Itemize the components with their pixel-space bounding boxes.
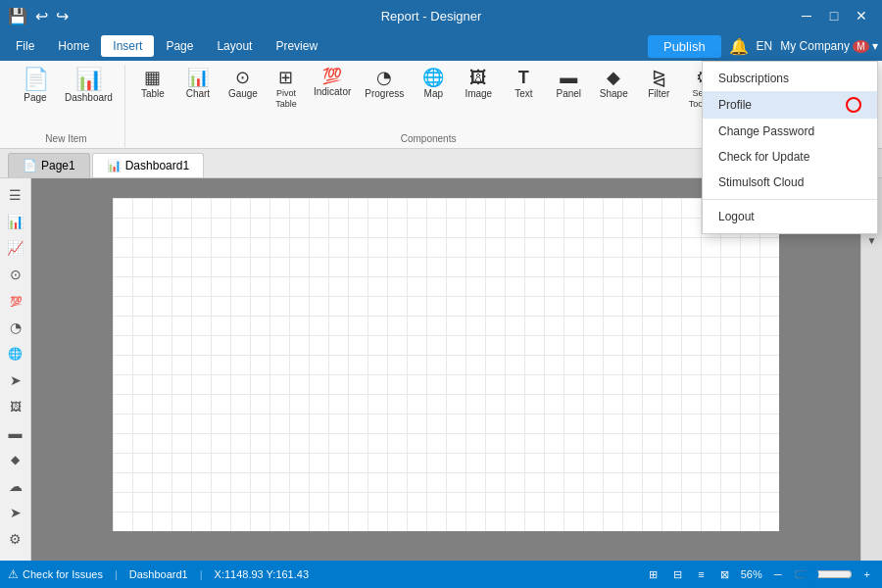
undo-icon[interactable]: ↩ [35,7,48,25]
left-btn-progress[interactable]: ◔ [2,315,29,340]
left-btn-linechart[interactable]: 📈 [2,235,29,261]
ribbon-btn-dashboard[interactable]: 📊 Dashboard [59,65,119,108]
profile-label: Profile [718,98,752,112]
warning-icon: ⚠ [8,567,19,581]
notification-icon: 🔔 [729,37,749,56]
ribbon-btn-filter[interactable]: ⧎ Filter [637,65,680,104]
publish-button[interactable]: Publish [648,35,721,58]
left-btn-settings[interactable]: ⚙ [2,526,29,552]
left-btn-arrow[interactable]: ➤ [2,368,29,393]
progress-icon: ◔ [376,69,392,86]
ribbon-btn-gauge[interactable]: ⊙ Gauge [221,65,265,104]
check-update-label: Check for Update [718,150,809,164]
status-btn-2[interactable]: ⊟ [669,566,686,583]
main-area: ☰ 📊 📈 ⊙ 💯 ◔ 🌐 ➤ 🖼 ▬ ◆ ☁ ➤ ⚙ eports ▲ ▼ [0,178,882,561]
zoom-out-button[interactable]: ─ [770,566,786,582]
left-btn-filter[interactable]: ☁ [2,473,29,499]
logout-label: Logout [718,210,755,223]
page-label: Page [24,92,46,104]
left-btn-map[interactable]: 🌐 [2,341,29,367]
table-icon: ▦ [144,69,161,86]
ribbon-btn-panel[interactable]: ▬ Panel [547,65,590,104]
tab-page1[interactable]: 📄 Page1 [8,153,90,177]
maximize-button[interactable]: □ [821,3,847,28]
status-btn-1[interactable]: ⊞ [645,566,662,583]
title-bar: 💾 ↩ ↪ Report - Designer ─ □ ✕ [0,0,882,31]
subscriptions-label: Subscriptions [718,72,789,85]
menu-item-profile[interactable]: Profile [703,91,877,119]
company-menu[interactable]: My Company M ▾ [780,39,878,53]
menu-item-logout[interactable]: Logout [703,204,877,229]
menu-item-home[interactable]: Home [46,35,101,57]
redo-icon[interactable]: ↪ [56,7,69,25]
app-title: Report - Designer [69,9,794,24]
ribbon-btn-text[interactable]: T Text [502,65,545,104]
language-selector[interactable]: EN [757,39,773,53]
menu-divider [703,199,877,200]
right-toolbar: eports ▲ ▼ [860,178,882,561]
status-bar: ⚠ Check for Issues | Dashboard1 | X:1148… [0,561,882,588]
left-btn-panel[interactable]: ▬ [2,420,29,446]
ribbon-group-components: ▦ Table 📊 Chart ⊙ Gauge ⊞ PivotTable 💯 I… [125,65,731,148]
ribbon-btn-page[interactable]: 📄 Page [14,65,57,108]
menu-item-check-update[interactable]: Check for Update [703,144,877,170]
menu-item-file[interactable]: File [4,35,46,57]
zoom-in-button[interactable]: + [860,566,874,582]
page-icon: 📄 [23,69,49,90]
left-btn-next[interactable]: ➤ [2,500,29,525]
menu-item-insert[interactable]: Insert [101,35,154,57]
left-btn-shape[interactable]: ◆ [2,447,29,472]
canvas [113,198,779,531]
ribbon-btn-indicator[interactable]: 💯 Indicator [308,65,357,102]
canvas-area [31,178,860,561]
ribbon-btn-table[interactable]: ▦ Table [131,65,174,104]
gauge-label: Gauge [228,88,258,100]
status-btn-4[interactable]: ⊠ [716,566,733,583]
dashboard-icon: 📊 [75,69,102,90]
filter-icon: ⧎ [652,69,666,86]
menu-item-stimulsoft-cloud[interactable]: Stimulsoft Cloud [703,170,877,195]
dashboard1-label: Dashboard1 [125,159,189,172]
ribbon-btn-chart[interactable]: 📊 Chart [176,65,220,104]
chart-icon: 📊 [187,69,209,86]
panel-icon: ▬ [560,69,577,86]
left-btn-gauge[interactable]: ⊙ [2,262,29,287]
image-label: Image [465,88,492,100]
left-btn-grid[interactable]: ☰ [2,182,29,208]
menu-item-subscriptions[interactable]: Subscriptions [703,66,877,91]
map-label: Map [424,88,443,100]
check-issues-label[interactable]: Check for Issues [23,568,103,580]
menu-item-layout[interactable]: Layout [205,35,264,57]
grid-canvas[interactable] [113,198,779,531]
left-btn-chart[interactable]: 📊 [2,209,29,234]
ribbon-new-item-buttons: 📄 Page 📊 Dashboard [14,65,119,133]
image-icon: 🖼 [469,69,487,86]
close-button[interactable]: ✕ [849,3,874,28]
status-coordinates: X:1148.93 Y:161.43 [215,568,309,580]
dashboard1-icon: 📊 [107,159,122,172]
left-btn-image[interactable]: 🖼 [2,394,29,419]
left-btn-indicator[interactable]: 💯 [2,288,29,314]
progress-label: Progress [365,88,404,100]
menu-item-page[interactable]: Page [154,35,205,57]
ribbon-btn-map[interactable]: 🌐 Map [412,65,455,104]
tab-dashboard1[interactable]: 📊 Dashboard1 [92,153,204,177]
status-btn-3[interactable]: ≡ [694,566,708,582]
menu-item-preview[interactable]: Preview [264,35,329,57]
zoom-slider[interactable] [794,566,853,582]
minimize-button[interactable]: ─ [794,3,819,28]
shape-icon: ◆ [607,69,620,86]
dashboard-label: Dashboard [65,92,113,104]
text-icon: T [518,69,529,86]
pivot-icon: ⊞ [278,69,293,86]
save-icon[interactable]: 💾 [8,7,27,25]
ribbon-btn-shape[interactable]: ◆ Shape [592,65,635,104]
ribbon-btn-progress[interactable]: ◔ Progress [359,65,410,104]
shape-label: Shape [600,88,628,100]
gauge-icon: ⊙ [235,69,250,86]
pivot-label: PivotTable [275,88,297,110]
menu-item-change-password[interactable]: Change Password [703,119,877,144]
ribbon-btn-image[interactable]: 🖼 Image [457,65,500,104]
chart-label: Chart [186,88,210,100]
ribbon-btn-pivot[interactable]: ⊞ PivotTable [267,65,306,114]
